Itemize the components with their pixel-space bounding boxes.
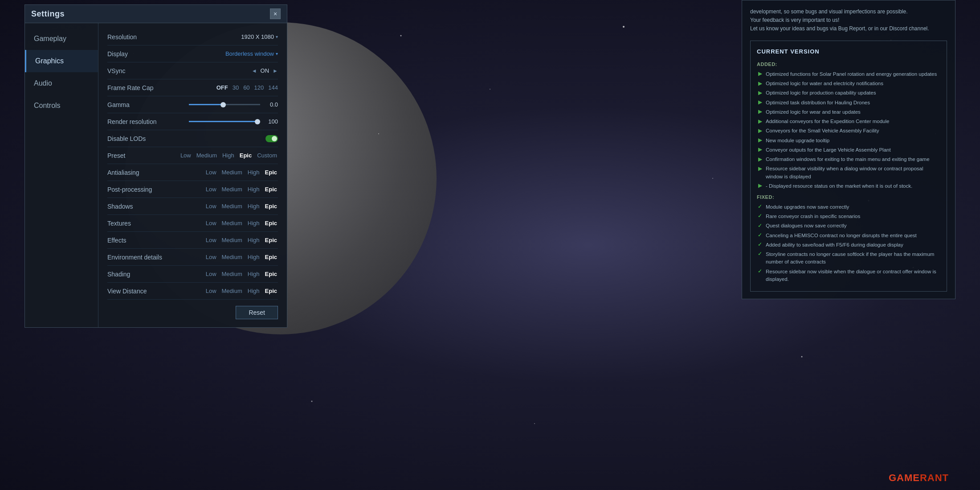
framerate-label: Frame Rate Cap: [107, 84, 165, 91]
quality-opt-custom-0[interactable]: Custom: [256, 152, 278, 159]
version-intro: development, so some bugs and visual imp…: [750, 8, 947, 33]
quality-opt-high-4[interactable]: High: [247, 219, 261, 227]
reset-row: Reset: [107, 300, 278, 322]
quality-opt-low-8[interactable]: Low: [205, 287, 217, 295]
added-item-8: ▶Conveyor outputs for the Large Vehicle …: [757, 146, 940, 154]
added-item-7: ▶New module upgrade tooltip: [757, 137, 940, 144]
quality-opt-medium-4[interactable]: Medium: [221, 219, 243, 227]
quality-opt-epic-8[interactable]: Epic: [264, 287, 278, 295]
added-text-11: - Displayed resource status on the marke…: [766, 182, 912, 190]
gamma-fill: [189, 104, 223, 105]
quality-opt-low-0[interactable]: Low: [180, 152, 192, 159]
fixed-text-0: Module upgrades now save correctly: [766, 203, 849, 211]
quality-opt-low-3[interactable]: Low: [205, 202, 217, 210]
vsync-control: ◄ ON ►: [252, 67, 278, 74]
vsync-label: VSync: [107, 67, 165, 74]
settings-sidebar: Gameplay Graphics Audio Controls: [25, 23, 98, 327]
quality-opt-medium-0[interactable]: Medium: [196, 152, 218, 159]
quality-opt-epic-2[interactable]: Epic: [264, 185, 278, 193]
sidebar-item-graphics[interactable]: Graphics: [25, 50, 98, 72]
quality-opt-epic-6[interactable]: Epic: [264, 253, 278, 261]
framerate-60[interactable]: 60: [243, 84, 249, 91]
display-arrow: ▾: [276, 51, 278, 56]
quality-label-2: Post-processing: [107, 186, 165, 193]
quality-label-7: Shading: [107, 271, 165, 278]
quality-opt-high-3[interactable]: High: [247, 202, 261, 210]
quality-opt-high-5[interactable]: High: [247, 236, 261, 244]
quality-opt-high-7[interactable]: High: [247, 270, 261, 278]
quality-options-5: LowMediumHighEpic: [205, 236, 278, 244]
gamma-thumb[interactable]: [220, 102, 226, 107]
quality-opt-epic-5[interactable]: Epic: [264, 236, 278, 244]
render-res-label: Render resolution: [107, 118, 165, 125]
quality-opt-medium-1[interactable]: Medium: [221, 169, 243, 176]
framerate-off[interactable]: OFF: [216, 84, 228, 91]
quality-opt-high-8[interactable]: High: [247, 287, 261, 295]
fixed-text-1: Rare conveyor crash in specific scenario…: [766, 213, 860, 220]
quality-opt-high-1[interactable]: High: [247, 169, 261, 176]
quality-opt-medium-3[interactable]: Medium: [221, 202, 243, 210]
reset-button[interactable]: Reset: [236, 306, 278, 319]
render-res-slider[interactable]: [189, 121, 260, 122]
quality-opt-high-6[interactable]: High: [247, 253, 261, 261]
sidebar-item-controls[interactable]: Controls: [25, 95, 98, 117]
quality-opt-epic-0[interactable]: Epic: [239, 152, 253, 159]
added-item-3: ▶Optimized task distribution for Hauling…: [757, 99, 940, 107]
added-item-0: ▶Optimized functions for Solar Panel rot…: [757, 70, 940, 78]
sidebar-item-gameplay[interactable]: Gameplay: [25, 28, 98, 50]
quality-opt-high-0[interactable]: High: [221, 152, 235, 159]
render-res-fill: [189, 121, 257, 122]
resolution-control[interactable]: 1920 X 1080 ▾: [241, 33, 278, 40]
quality-opt-low-6[interactable]: Low: [205, 253, 217, 261]
added-item-2: ▶Optimized logic for production capabili…: [757, 89, 940, 97]
fixed-icon-4: ✓: [757, 242, 763, 248]
quality-opt-low-2[interactable]: Low: [205, 185, 217, 193]
quality-rows: PresetLowMediumHighEpicCustomAntialiasin…: [107, 147, 278, 300]
gamma-control: 0.0: [165, 101, 278, 108]
quality-row-view-distance: View DistanceLowMediumHighEpic: [107, 283, 278, 300]
vsync-left-arrow[interactable]: ◄: [252, 68, 257, 74]
render-res-control: 100: [165, 118, 278, 125]
gamma-label: Gamma: [107, 101, 165, 108]
dialog-title: Settings: [31, 9, 65, 19]
gamma-slider[interactable]: [189, 104, 260, 105]
quality-opt-low-5[interactable]: Low: [205, 236, 217, 244]
quality-opt-medium-7[interactable]: Medium: [221, 270, 243, 278]
quality-row-textures: TexturesLowMediumHighEpic: [107, 215, 278, 232]
disable-lods-toggle[interactable]: [265, 135, 278, 142]
display-control[interactable]: Borderless window ▾: [225, 50, 278, 57]
display-row: Display Borderless window ▾: [107, 45, 278, 62]
quality-opt-medium-2[interactable]: Medium: [221, 185, 243, 193]
fixed-label: FIXED:: [757, 194, 940, 202]
version-panel: development, so some bugs and visual imp…: [742, 0, 956, 299]
vsync-right-arrow[interactable]: ►: [273, 68, 278, 74]
quality-opt-medium-6[interactable]: Medium: [221, 253, 243, 261]
quality-opt-medium-5[interactable]: Medium: [221, 236, 243, 244]
close-button[interactable]: ×: [270, 8, 281, 19]
dialog-header: Settings ×: [25, 5, 287, 23]
added-icon-6: ▶: [757, 128, 763, 134]
quality-options-1: LowMediumHighEpic: [205, 169, 278, 176]
quality-opt-epic-3[interactable]: Epic: [264, 202, 278, 210]
quality-opt-high-2[interactable]: High: [247, 185, 261, 193]
render-res-thumb[interactable]: [255, 119, 260, 124]
quality-options-2: LowMediumHighEpic: [205, 185, 278, 193]
rant-text: RANT: [920, 472, 949, 483]
quality-opt-low-1[interactable]: Low: [205, 169, 217, 176]
resolution-row: Resolution 1920 X 1080 ▾: [107, 29, 278, 45]
quality-opt-epic-4[interactable]: Epic: [264, 219, 278, 227]
added-item-9: ▶Confirmation windows for exiting to the…: [757, 156, 940, 163]
added-text-2: Optimized logic for production capabilit…: [766, 89, 876, 97]
framerate-144[interactable]: 144: [268, 84, 278, 91]
quality-opt-medium-8[interactable]: Medium: [221, 287, 243, 295]
quality-opt-low-7[interactable]: Low: [205, 270, 217, 278]
quality-opt-epic-7[interactable]: Epic: [264, 270, 278, 278]
added-text-10: Resource sidebar visibility when a dialo…: [766, 165, 940, 181]
dialog-body: Gameplay Graphics Audio Controls Resolut…: [25, 23, 287, 327]
quality-opt-low-4[interactable]: Low: [205, 219, 217, 227]
quality-opt-epic-1[interactable]: Epic: [264, 169, 278, 176]
sidebar-item-audio[interactable]: Audio: [25, 72, 98, 95]
fixed-icon-1: ✓: [757, 213, 763, 219]
framerate-120[interactable]: 120: [254, 84, 264, 91]
framerate-30[interactable]: 30: [233, 84, 239, 91]
